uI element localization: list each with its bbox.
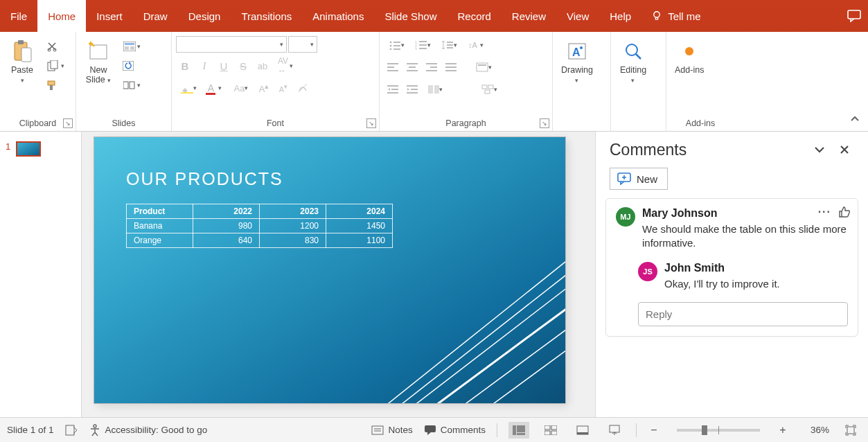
smartart-button[interactable]: ▾	[477, 80, 502, 98]
font-name-combo[interactable]: ▾	[176, 36, 287, 53]
status-accessibility[interactable]: Accessibility: Good to go	[89, 424, 208, 436]
cell[interactable]: 640	[193, 233, 260, 248]
decrease-indent-button[interactable]	[384, 80, 402, 98]
slide-thumbnail-pane[interactable]: 1	[0, 132, 82, 417]
addins-button[interactable]: Add-ins	[671, 35, 708, 76]
tab-draw[interactable]: Draw	[133, 0, 178, 32]
bold-button[interactable]: B	[176, 57, 194, 75]
th-2023[interactable]: 2023	[260, 204, 326, 219]
new-slide-button[interactable]: New Slide ▾	[80, 35, 116, 87]
underline-button[interactable]: U	[215, 57, 233, 75]
tab-view[interactable]: View	[556, 0, 599, 32]
fit-to-window-button[interactable]	[840, 422, 861, 439]
zoom-slider[interactable]	[677, 429, 760, 432]
view-normal-button[interactable]	[508, 422, 529, 439]
comment-reply-input[interactable]	[638, 302, 848, 326]
tab-review[interactable]: Review	[502, 0, 556, 32]
strike-button[interactable]: S	[234, 57, 252, 75]
zoom-level[interactable]: 36%	[800, 425, 829, 435]
tab-help[interactable]: Help	[599, 0, 641, 32]
increase-indent-button[interactable]	[403, 80, 421, 98]
comment-more-button[interactable]: ···	[818, 206, 831, 218]
paragraph-dialog-launcher[interactable]: ↘	[540, 118, 549, 128]
section-button[interactable]: ▾	[119, 76, 144, 94]
comments-close-button[interactable]	[835, 140, 854, 159]
comment-like-button[interactable]	[838, 206, 851, 218]
change-case-button[interactable]: Aa▾	[229, 79, 254, 97]
comment-thread[interactable]: ··· MJ Mary Johnson We should make the t…	[605, 198, 858, 337]
align-right-button[interactable]	[423, 58, 441, 76]
comments-collapse-button[interactable]	[810, 140, 829, 159]
columns-button[interactable]: ▾	[423, 80, 448, 98]
tab-record[interactable]: Record	[447, 0, 501, 32]
cell[interactable]: 830	[260, 233, 326, 248]
drawing-button[interactable]: A Drawing▾	[557, 35, 597, 87]
status-spellcheck[interactable]	[65, 425, 78, 436]
text-direction-button[interactable]: ↕A▾	[463, 36, 488, 54]
align-left-button[interactable]	[384, 58, 402, 76]
zoom-thumb[interactable]	[702, 425, 707, 435]
bullets-button[interactable]: ▾	[384, 36, 409, 54]
font-dialog-launcher[interactable]: ↘	[366, 118, 376, 128]
cell[interactable]: Banana	[127, 219, 193, 233]
comments-toggle-top[interactable]	[840, 0, 868, 32]
th-product[interactable]: Product	[127, 204, 193, 219]
slide-table[interactable]: Product 2022 2023 2024 Banana 980 1200 1…	[126, 204, 393, 248]
italic-button[interactable]: I	[195, 57, 213, 75]
table-row[interactable]: Banana 980 1200 1450	[127, 219, 393, 233]
cell[interactable]: 1100	[326, 233, 393, 248]
new-comment-button[interactable]: New	[610, 168, 668, 190]
cell[interactable]: 1200	[260, 219, 326, 233]
editing-button[interactable]: Editing▾	[615, 35, 651, 87]
content-area: 1 OUR PRODUCTS Product 2022 2023 2024 Ba…	[0, 132, 868, 417]
tab-file[interactable]: File	[0, 0, 37, 32]
cut-button[interactable]	[43, 37, 61, 55]
tab-transitions[interactable]: Transitions	[231, 0, 302, 32]
format-painter-button[interactable]	[43, 76, 61, 94]
status-slide-indicator[interactable]: Slide 1 of 1	[7, 425, 54, 435]
slide-thumb-1[interactable]	[16, 141, 41, 157]
th-2024[interactable]: 2024	[326, 204, 393, 219]
cell[interactable]: Orange	[127, 233, 193, 248]
view-slideshow-button[interactable]	[604, 422, 625, 439]
tab-home[interactable]: Home	[37, 0, 86, 32]
align-center-button[interactable]	[403, 58, 421, 76]
font-color-button[interactable]: A ▾	[202, 79, 227, 97]
align-text-button[interactable]: ▾	[471, 58, 496, 76]
char-spacing-button[interactable]: AV↔▾	[273, 57, 298, 75]
numbering-button[interactable]: 123▾	[410, 36, 435, 54]
cell[interactable]: 1450	[326, 219, 393, 233]
th-2022[interactable]: 2022	[193, 204, 260, 219]
notes-toggle[interactable]: Notes	[371, 425, 412, 435]
slide-title[interactable]: OUR PRODUCTS	[126, 169, 283, 189]
highlight-button[interactable]: ▾	[176, 79, 201, 97]
clear-formatting-button[interactable]	[294, 79, 312, 97]
slide-canvas[interactable]: OUR PRODUCTS Product 2022 2023 2024 Bana…	[82, 132, 595, 417]
zoom-in-button[interactable]: +	[777, 424, 789, 436]
tab-insert[interactable]: Insert	[86, 0, 133, 32]
paste-button[interactable]: Paste▾	[4, 35, 40, 87]
view-reading-button[interactable]	[572, 422, 593, 439]
cell[interactable]: 980	[193, 219, 260, 233]
reset-slide-button[interactable]	[119, 57, 137, 75]
slide-1[interactable]: OUR PRODUCTS Product 2022 2023 2024 Bana…	[94, 137, 565, 403]
clipboard-dialog-launcher[interactable]: ↘	[63, 118, 73, 128]
view-sorter-button[interactable]	[540, 422, 561, 439]
copy-button[interactable]: ▾	[43, 57, 68, 75]
tab-design[interactable]: Design	[178, 0, 231, 32]
zoom-out-button[interactable]: −	[648, 424, 660, 436]
comments-toggle-status[interactable]: Comments	[424, 425, 486, 436]
layout-button[interactable]: ▾	[119, 37, 144, 55]
comments-pane: Comments New ··· MJ	[595, 132, 868, 417]
justify-button[interactable]	[442, 58, 460, 76]
tab-slideshow[interactable]: Slide Show	[374, 0, 447, 32]
collapse-ribbon-button[interactable]	[847, 112, 862, 127]
shrink-font-button[interactable]: A▾	[274, 79, 292, 97]
font-size-combo[interactable]: ▾	[288, 36, 317, 53]
line-spacing-button[interactable]: ▾	[436, 36, 461, 54]
grow-font-button[interactable]: A▴	[255, 79, 273, 97]
shadow-button[interactable]: ab	[254, 57, 272, 75]
table-row[interactable]: Orange 640 830 1100	[127, 233, 393, 248]
tab-animations[interactable]: Animations	[302, 0, 374, 32]
tell-me-search[interactable]: Tell me	[641, 0, 711, 32]
